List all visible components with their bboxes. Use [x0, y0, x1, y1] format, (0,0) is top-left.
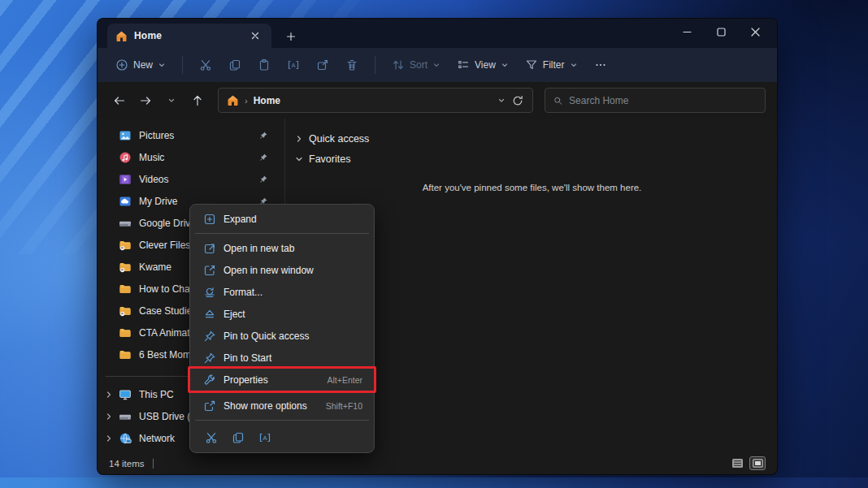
up-button[interactable] [187, 90, 208, 111]
minimize-button[interactable] [670, 19, 704, 45]
status-bar: 14 items [98, 452, 777, 474]
menu-item-eject[interactable]: Eject [193, 303, 371, 325]
forward-button[interactable] [135, 90, 156, 111]
sidebar-item-music[interactable]: Music [98, 146, 284, 168]
svg-text:A: A [263, 434, 267, 442]
folder-cloud-icon [119, 304, 132, 317]
delete-button[interactable] [339, 54, 365, 76]
folder-icon [119, 283, 132, 296]
refresh-icon[interactable] [511, 94, 524, 107]
this-pc-icon [119, 388, 132, 401]
copy-icon[interactable] [232, 431, 245, 444]
wrench-icon [203, 374, 216, 387]
hard-drive-icon [119, 217, 132, 230]
shortcut-label: Alt+Enter [328, 375, 362, 385]
pictures-icon [119, 129, 132, 142]
context-menu: Expand Open in new tab Open in new windo… [189, 204, 375, 453]
status-divider [153, 459, 154, 469]
breadcrumb[interactable]: Home [254, 95, 280, 106]
rename-button[interactable]: A [280, 54, 306, 76]
svg-text:A: A [292, 62, 296, 69]
tab-close-icon[interactable] [247, 28, 263, 44]
quick-actions-row: A [193, 424, 371, 449]
filter-button-label: Filter [543, 59, 565, 71]
window-controls [670, 19, 772, 45]
menu-item-properties[interactable]: Properties Alt+Enter [193, 369, 371, 391]
search-input[interactable] [569, 95, 757, 106]
paste-button[interactable] [251, 54, 277, 76]
share-button[interactable] [310, 54, 336, 76]
breadcrumb-separator: › [245, 96, 248, 106]
view-button-label: View [475, 59, 496, 71]
pin-icon [203, 330, 216, 343]
details-view-icon[interactable] [729, 456, 745, 470]
large-icons-view-icon[interactable] [749, 456, 766, 470]
command-bar: New A Sort View [98, 48, 777, 82]
chevron-right-icon [295, 135, 303, 143]
home-icon [227, 94, 239, 106]
search-box[interactable] [545, 88, 766, 113]
pin-icon [203, 352, 216, 365]
quick-access-group-header[interactable]: Quick access [295, 128, 769, 149]
sort-button[interactable]: Sort [385, 54, 447, 76]
menu-item-format[interactable]: Format... [193, 281, 371, 303]
folder-icon [119, 348, 132, 361]
folder-cloud-icon [119, 261, 132, 274]
open-new-tab-icon [203, 242, 216, 255]
pin-icon [258, 131, 268, 140]
menu-item-open-new-window[interactable]: Open in new window [193, 259, 371, 281]
videos-icon [119, 173, 132, 186]
menu-separator [195, 233, 369, 234]
rename-icon[interactable]: A [258, 431, 271, 444]
cut-icon[interactable] [205, 431, 218, 444]
back-button[interactable] [109, 90, 130, 111]
menu-item-pin-quick-access[interactable]: Pin to Quick access [193, 325, 371, 347]
menu-item-open-new-tab[interactable]: Open in new tab [193, 237, 371, 259]
pin-icon [258, 153, 268, 162]
sidebar-item-pictures[interactable]: Pictures [98, 124, 284, 146]
favorites-empty-message: After you've pinned some files, we'll sh… [295, 183, 769, 192]
chevron-right-icon[interactable] [102, 391, 115, 398]
maximize-button[interactable] [704, 19, 738, 45]
my-drive-icon [119, 195, 132, 208]
new-tab-button[interactable] [283, 28, 299, 45]
view-button[interactable]: View [450, 54, 515, 76]
hard-drive-icon [119, 410, 132, 423]
favorites-group-header[interactable]: Favorites [295, 149, 769, 169]
file-explorer-window: Home New A [97, 18, 778, 475]
folder-icon [119, 326, 132, 339]
filter-button[interactable]: Filter [519, 54, 584, 76]
address-dropdown-icon[interactable] [497, 97, 506, 105]
menu-item-expand[interactable]: Expand [193, 208, 371, 230]
expand-icon [203, 213, 216, 226]
eject-icon [203, 308, 216, 321]
chevron-down-icon [295, 155, 303, 163]
copy-button[interactable] [222, 54, 248, 76]
sidebar-item-videos[interactable]: Videos [98, 168, 284, 190]
recent-locations-icon[interactable] [161, 90, 182, 111]
music-icon [119, 151, 132, 164]
new-button[interactable]: New [109, 54, 172, 76]
chevron-right-icon[interactable] [102, 435, 115, 442]
cut-button[interactable] [193, 54, 219, 76]
show-more-icon [203, 399, 216, 412]
menu-item-pin-start[interactable]: Pin to Start [193, 347, 371, 369]
network-icon [119, 432, 132, 445]
new-button-label: New [133, 59, 153, 71]
chevron-right-icon[interactable] [102, 413, 115, 420]
address-row: › Home [98, 82, 777, 119]
item-count: 14 items [109, 459, 144, 469]
menu-separator [195, 420, 369, 421]
home-icon [115, 30, 128, 42]
menu-item-show-more-options[interactable]: Show more options Shift+F10 [193, 395, 371, 417]
see-more-button[interactable] [588, 54, 614, 76]
pin-icon [258, 175, 268, 184]
shortcut-label: Shift+F10 [326, 401, 362, 411]
toolbar-separator [375, 56, 375, 74]
close-button[interactable] [738, 19, 772, 45]
tab-title: Home [134, 30, 241, 41]
folder-cloud-icon [119, 239, 132, 252]
explorer-tab-home[interactable]: Home [107, 24, 271, 48]
open-new-window-icon [203, 264, 216, 277]
address-bar[interactable]: › Home [218, 88, 533, 113]
